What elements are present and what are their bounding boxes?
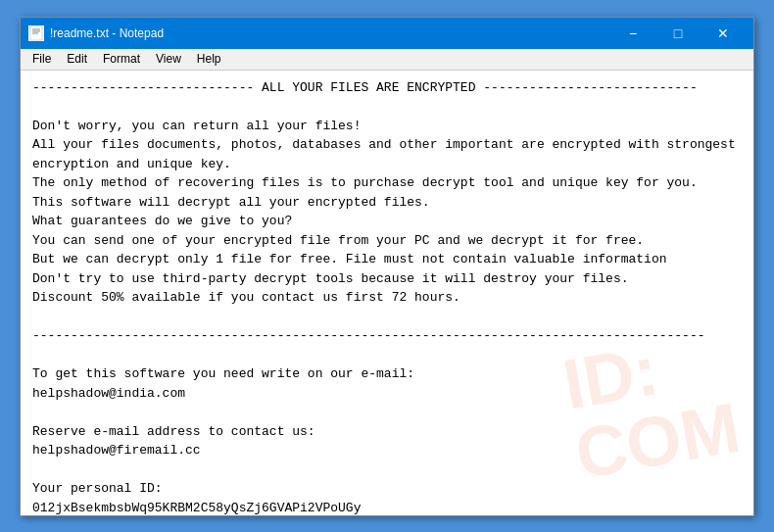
text-area[interactable]: ID:COM ----------------------------- ALL… <box>21 71 753 515</box>
menu-help[interactable]: Help <box>189 50 229 68</box>
minimize-button[interactable]: − <box>610 18 655 49</box>
app-icon <box>28 25 44 41</box>
notepad-content: ----------------------------- ALL YOUR F… <box>32 78 742 515</box>
menu-file[interactable]: File <box>24 50 59 68</box>
notepad-window: !readme.txt - Notepad − □ ✕ File Edit Fo… <box>20 17 754 516</box>
menu-edit[interactable]: Edit <box>59 50 95 68</box>
menu-format[interactable]: Format <box>95 50 148 68</box>
title-bar: !readme.txt - Notepad − □ ✕ <box>21 18 753 49</box>
maximize-button[interactable]: □ <box>655 18 701 49</box>
menu-bar: File Edit Format View Help <box>21 49 753 71</box>
close-button[interactable]: ✕ <box>701 18 746 49</box>
window-controls: − □ ✕ <box>610 18 746 49</box>
window-title: !readme.txt - Notepad <box>50 26 610 40</box>
menu-view[interactable]: View <box>148 50 189 68</box>
